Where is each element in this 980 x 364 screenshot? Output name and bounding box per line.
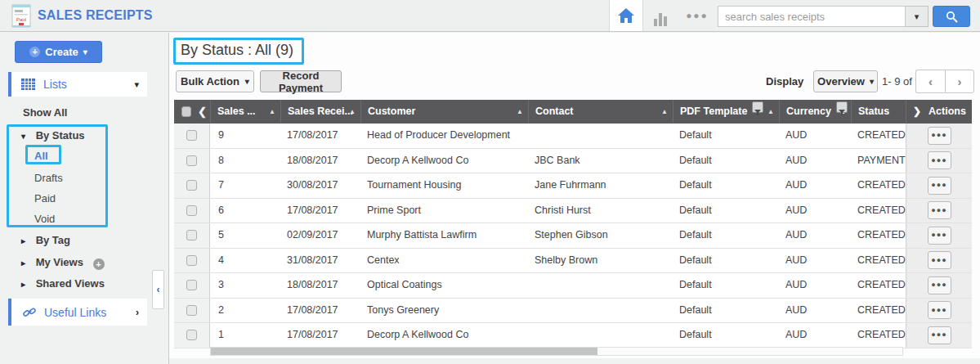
collapse-columns-icon[interactable]: ❮ (198, 100, 207, 124)
sidebar-item-show-all[interactable]: Show All (23, 106, 174, 119)
cell-contact[interactable] (528, 124, 673, 148)
filter-icon[interactable] (752, 101, 763, 113)
cell-sales-receipt-date[interactable]: 30/08/2017 (280, 173, 360, 198)
cell-status: CREATED (851, 273, 906, 298)
next-page-button[interactable]: › (945, 70, 974, 93)
header-pdf-template[interactable]: ▲ PDF Template (673, 100, 779, 124)
cell-currency: AUD (779, 173, 851, 198)
cell-sales-no[interactable]: 3 (210, 273, 280, 298)
record-payment-button[interactable]: Record Payment (260, 70, 342, 92)
cell-contact[interactable]: JBC Bank (528, 149, 673, 173)
sidebar-item-status-paid[interactable]: Paid (34, 192, 56, 204)
cell-contact[interactable] (528, 299, 673, 323)
row-actions-button[interactable]: ●●● (928, 301, 951, 319)
row-checkbox[interactable] (186, 255, 197, 266)
cell-contact[interactable] (528, 323, 673, 348)
row-actions-button[interactable]: ●●● (928, 151, 951, 169)
cell-sales-no[interactable]: 7 (210, 173, 280, 198)
cell-sales-no[interactable]: 9 (210, 124, 280, 148)
search-button[interactable] (933, 6, 970, 27)
cell-sales-no[interactable]: 1 (210, 323, 280, 348)
sidebar-item-shared-views[interactable]: ▸ Shared Views (21, 277, 172, 290)
create-button[interactable]: + Create ▾ (15, 41, 102, 63)
select-all-checkbox[interactable] (181, 106, 191, 117)
header-sales-no[interactable]: ▲ Sales ... (210, 100, 280, 124)
header-contact[interactable]: ▲ Contact (528, 100, 673, 124)
cell-sales-receipt-date[interactable]: 18/08/2017 (280, 273, 360, 298)
cell-customer[interactable]: Centex (360, 249, 528, 273)
sidebar-item-by-tag[interactable]: ▸ By Tag (21, 234, 172, 246)
search-scope-dropdown[interactable]: ▾ (906, 6, 929, 27)
cell-customer[interactable]: Decorp A Kellwood Co (360, 149, 528, 173)
cell-sales-receipt-date[interactable]: 17/08/2017 (280, 323, 360, 348)
row-checkbox[interactable] (186, 205, 197, 216)
sidebar-item-by-status[interactable]: ▾ By Status (21, 129, 172, 142)
header-sales-receipt-date[interactable]: ▲ Sales Recei... (280, 100, 360, 124)
row-checkbox[interactable] (186, 155, 197, 166)
cell-sales-no[interactable]: 2 (210, 299, 280, 323)
cell-customer[interactable]: Prime Sport (360, 199, 528, 223)
cell-contact[interactable]: Shelby Brown (528, 249, 673, 273)
cell-contact[interactable]: Stephen Gibson (528, 223, 673, 248)
row-actions-button[interactable]: ●●● (928, 251, 951, 269)
row-actions-button[interactable]: ●●● (928, 276, 951, 294)
sort-asc-icon[interactable]: ▲ (269, 100, 275, 124)
sidebar-item-my-views[interactable]: ▸ My Views + (21, 256, 172, 270)
header-currency[interactable]: ▲ Currency (779, 100, 851, 124)
scrollbar-thumb[interactable] (211, 348, 597, 355)
header-customer[interactable]: ▲ Customer (360, 100, 528, 124)
row-checkbox[interactable] (186, 330, 197, 340)
sidebar-item-status-void[interactable]: Void (34, 213, 55, 225)
more-options-button[interactable]: ●●● (685, 5, 709, 26)
cell-customer[interactable]: Optical Coatings (360, 273, 528, 298)
row-actions-button[interactable]: ●●● (928, 326, 951, 344)
cell-sales-receipt-date[interactable]: 17/08/2017 (280, 199, 360, 223)
header-status[interactable]: Status (851, 100, 906, 124)
bulk-action-button[interactable]: Bulk Action ▾ (176, 70, 254, 92)
cell-sales-no[interactable]: 4 (210, 249, 280, 273)
cell-customer[interactable]: Decorp A Kellwood Co (360, 323, 528, 348)
row-actions-button[interactable]: ●●● (928, 201, 951, 219)
cell-sales-receipt-date[interactable]: 18/08/2017 (280, 149, 360, 173)
row-checkbox[interactable] (186, 130, 197, 141)
cell-sales-receipt-date[interactable]: 31/08/2017 (280, 249, 360, 273)
home-button[interactable] (609, 0, 643, 31)
cell-customer[interactable]: Tonys Greenery (360, 299, 528, 323)
reports-button[interactable] (649, 7, 672, 26)
row-actions-button[interactable]: ●●● (928, 127, 951, 145)
header-actions[interactable]: ❯ Actions (906, 100, 972, 124)
cell-sales-receipt-date[interactable]: 17/08/2017 (280, 124, 360, 148)
sidebar-item-status-drafts[interactable]: Drafts (34, 172, 63, 184)
sort-asc-icon[interactable]: ▲ (517, 100, 523, 124)
chevron-left-icon: ‹ (929, 74, 933, 88)
cell-sales-receipt-date[interactable]: 02/09/2017 (280, 223, 360, 248)
display-dropdown[interactable]: Overview ▾ (813, 70, 878, 92)
row-checkbox[interactable] (186, 305, 197, 316)
cell-customer[interactable]: Head of Producer Development (360, 124, 528, 148)
cell-sales-no[interactable]: 8 (210, 149, 280, 173)
search-input[interactable] (718, 6, 906, 27)
row-checkbox[interactable] (186, 280, 197, 290)
row-checkbox[interactable] (186, 230, 197, 240)
row-checkbox[interactable] (186, 180, 197, 191)
add-view-icon[interactable]: + (93, 258, 105, 270)
cell-contact[interactable]: Jane Fuhrmann (528, 173, 673, 198)
cell-sales-no[interactable]: 5 (210, 223, 280, 248)
cell-sales-no[interactable]: 6 (210, 199, 280, 223)
row-actions-button[interactable]: ●●● (928, 177, 951, 195)
filter-icon[interactable] (836, 101, 848, 113)
cell-customer[interactable]: Tournament Housing (360, 173, 528, 198)
cell-contact[interactable] (528, 273, 673, 298)
sort-asc-icon[interactable]: ▲ (767, 100, 774, 124)
cell-sales-receipt-date[interactable]: 17/08/2017 (280, 299, 360, 323)
cell-contact[interactable]: Christi Hurst (528, 199, 673, 223)
sidebar-item-useful-links[interactable]: Useful Links › (8, 299, 147, 326)
horizontal-scrollbar[interactable] (210, 347, 903, 356)
sort-asc-icon[interactable]: ▲ (661, 100, 668, 124)
prev-page-button[interactable]: ‹ (915, 70, 945, 93)
sidebar-item-lists[interactable]: Lists ▾ (8, 72, 147, 97)
cell-customer[interactable]: Murphy Battista Lawfirm (360, 223, 528, 248)
sidebar-item-status-all[interactable]: All (34, 150, 48, 162)
sidebar-collapse-handle[interactable]: ‹ (152, 270, 164, 309)
row-actions-button[interactable]: ●●● (928, 227, 951, 245)
